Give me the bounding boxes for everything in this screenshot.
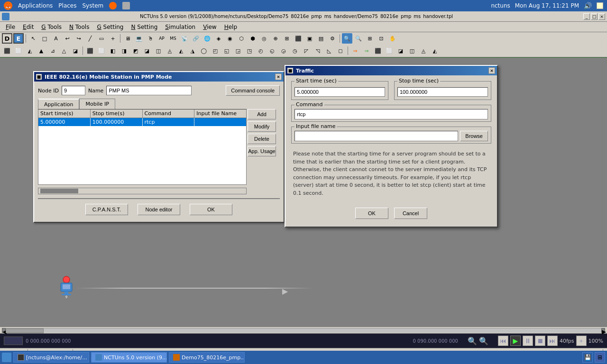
app-usage-button[interactable]: App. Usage (248, 146, 276, 156)
zoom-out-tool[interactable]: 🔍 (353, 33, 364, 44)
undo-tool[interactable]: ↩ (62, 33, 73, 44)
tool-r29[interactable]: ◺ (324, 46, 334, 56)
node-tool-10[interactable]: ◉ (225, 33, 235, 44)
node-tool-11[interactable]: ⬡ (236, 33, 247, 44)
delete-button[interactable]: Delete (248, 134, 276, 144)
command-input[interactable] (294, 109, 488, 119)
menu-applications[interactable]: Applications (18, 2, 53, 9)
table-row[interactable]: 5.000000 100.000000 rtcp (38, 118, 246, 126)
tool-r26[interactable]: ◷ (290, 46, 300, 56)
tool-r13[interactable]: ◪ (142, 46, 152, 56)
tool-r22[interactable]: ◳ (244, 46, 255, 56)
text-tool[interactable]: A (51, 33, 61, 44)
tool-r5[interactable]: ⊿ (47, 46, 58, 56)
tool-r18[interactable]: ◯ (199, 46, 209, 56)
tool-r17[interactable]: ◮ (187, 46, 198, 56)
node-tool-5[interactable]: MS (168, 33, 178, 44)
node-tool-9[interactable]: ◈ (213, 33, 224, 44)
main-hscrollbar[interactable]: ◀ ▶ (0, 327, 607, 334)
menu-system[interactable]: System (82, 2, 103, 9)
fps-increase-btn[interactable]: + (576, 336, 587, 346)
tool-r19[interactable]: ◰ (210, 46, 221, 56)
input-file-input[interactable] (294, 131, 458, 141)
station-dialog-close[interactable]: × (275, 73, 282, 80)
add-button[interactable]: Add (248, 109, 276, 119)
cmd-console-button[interactable]: Command console (226, 85, 280, 96)
table-hscrollbar[interactable] (38, 188, 247, 194)
pan-tool[interactable]: ✋ (387, 33, 398, 44)
tool-r2[interactable]: ⬜ (13, 46, 24, 56)
tool-r7[interactable]: ◪ (70, 46, 81, 56)
node-tool-14[interactable]: ⊕ (270, 33, 281, 44)
rect-tool[interactable]: □ (39, 33, 50, 44)
menu-view[interactable]: View (199, 23, 220, 31)
rect2-tool[interactable]: ▭ (96, 33, 107, 44)
menu-file[interactable]: File (2, 23, 19, 31)
traffic-cancel-button[interactable]: Cancel (394, 208, 427, 219)
tool-r3[interactable]: ◭ (25, 46, 35, 56)
modify-button[interactable]: Modify (248, 121, 276, 132)
pause-btn[interactable]: ⏸ (523, 336, 533, 346)
scroll-thumb[interactable] (6, 328, 44, 333)
browse-button[interactable]: Browse (460, 131, 488, 141)
node-tool-13[interactable]: ◎ (259, 33, 269, 44)
node-tool-2[interactable]: 💻 (134, 33, 144, 44)
play-btn[interactable]: ▶ (510, 336, 521, 346)
node-tool-4[interactable]: AP (156, 33, 167, 44)
volume-icon[interactable]: 🔊 (584, 2, 592, 9)
app-launcher-icon[interactable]: 🦊 (4, 1, 12, 10)
scroll-right-btn[interactable]: ▶ (601, 328, 605, 333)
node-tool-16[interactable]: ⬛ (293, 33, 304, 44)
d-button[interactable]: D (2, 33, 12, 44)
tool-extra1[interactable]: ⬛ (373, 46, 383, 56)
node-tool-1[interactable]: 🖥 (122, 33, 133, 44)
tool-extra2[interactable]: ⬜ (384, 46, 395, 56)
route2-icon[interactable]: ⇒ (361, 46, 372, 56)
taskbar-nctuns[interactable]: NCTUns 5.0 version (9.... (91, 352, 167, 363)
zoom-in-tool[interactable]: 🔍 (342, 33, 352, 44)
taskbar-layout-icon[interactable]: ⊞ (595, 352, 605, 363)
tool-r24[interactable]: ◵ (267, 46, 277, 56)
node-tool-15[interactable]: ⊞ (282, 33, 292, 44)
taskbar-terminal[interactable]: [nctuns@Alex:/home/... (13, 352, 89, 363)
hscroll-thumb[interactable] (40, 189, 78, 193)
line-tool[interactable]: ╱ (85, 33, 95, 44)
node-tool-18[interactable]: ▤ (316, 33, 326, 44)
menu-nsetting[interactable]: N Setting (127, 23, 161, 31)
tool-r23[interactable]: ◴ (256, 46, 266, 56)
taskbar-app-icon[interactable] (2, 353, 11, 362)
tab-mobile-ip[interactable]: Mobile IP (79, 99, 115, 109)
menu-edit[interactable]: Edit (19, 23, 37, 31)
plus-tool[interactable]: + (108, 33, 118, 44)
tool-r12[interactable]: ◩ (130, 46, 141, 56)
traffic-dialog-close[interactable]: × (488, 67, 495, 74)
e-button[interactable]: E (13, 33, 24, 44)
traffic-ok-button[interactable]: OK (355, 208, 388, 219)
tool-r16[interactable]: ◭ (176, 46, 186, 56)
tool-r8[interactable]: ⬛ (85, 46, 95, 56)
tool-r1[interactable]: ⬛ (2, 46, 12, 56)
route-icon[interactable]: ⇒ (350, 46, 360, 56)
firefox-icon[interactable] (109, 2, 117, 9)
tool-r25[interactable]: ◶ (278, 46, 289, 56)
tool-extra3[interactable]: ◪ (395, 46, 406, 56)
cursor-tool[interactable]: ↖ (28, 33, 38, 44)
menu-places[interactable]: Places (58, 2, 76, 9)
scroll-left-btn[interactable]: ◀ (2, 328, 6, 333)
tool-r10[interactable]: ◧ (108, 46, 118, 56)
skip-end-btn[interactable]: ⏭ (547, 336, 558, 346)
node-tool-7[interactable]: 🔗 (191, 33, 201, 44)
node-tool-3[interactable]: 🖱 (145, 33, 156, 44)
taskbar-demo[interactable]: Demo75_80216e_pmp.... (169, 352, 245, 363)
node-tool-17[interactable]: ▣ (304, 33, 315, 44)
node-tool-8[interactable]: 🌐 (202, 33, 212, 44)
tool-r30[interactable]: ◻ (335, 46, 346, 56)
menu-simulation[interactable]: Simulation (161, 23, 199, 31)
node-id-input[interactable] (62, 86, 85, 95)
tool-extra5[interactable]: ◬ (418, 46, 429, 56)
zoom-in-icon[interactable]: 🔍 (468, 337, 477, 346)
minimize-btn[interactable]: _ (583, 13, 590, 20)
menu-gtools[interactable]: G Tools (37, 23, 65, 31)
redo-tool[interactable]: ↪ (74, 33, 84, 44)
stop-btn[interactable]: ⏹ (535, 336, 545, 346)
